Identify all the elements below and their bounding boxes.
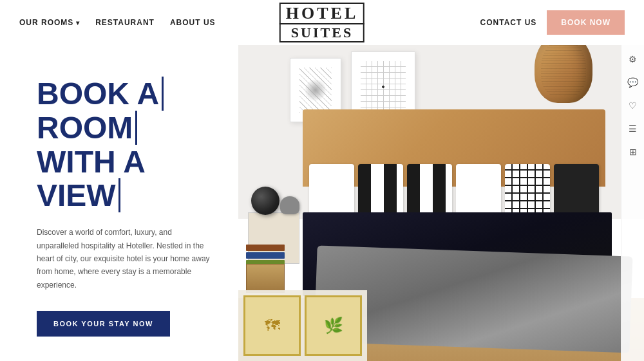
pillow-white-1 [309, 164, 354, 216]
pillow-white-2 [456, 164, 501, 216]
chat-icon[interactable]: 💬 [627, 76, 639, 89]
pillows [309, 164, 599, 216]
pillow-checked [505, 164, 550, 216]
alarm-clock [280, 196, 299, 214]
hero-description: Discover a world of comfort, luxury, and… [37, 226, 211, 292]
nav-restaurant[interactable]: RESTAURANT [95, 18, 155, 27]
hero-title: BOOK A ROOM WITH A VIEW [37, 77, 213, 213]
ceiling-lamp [535, 45, 592, 103]
wooden-crate [246, 264, 285, 293]
nav-left: OUR ROOMS RESTAURANT ABOUT US [19, 18, 216, 27]
art-frame-map: 🗺 [243, 295, 301, 356]
favorite-icon[interactable]: ♡ [627, 99, 639, 112]
site-logo[interactable]: HOTEL SUITES [279, 3, 365, 42]
globe [251, 187, 279, 215]
logo-suites-text: SUITES [279, 23, 365, 42]
site-header: OUR ROOMS RESTAURANT ABOUT US HOTEL SUIT… [0, 0, 644, 45]
main-content: BOOK A ROOM WITH A VIEW Discover a world… [0, 45, 644, 361]
menu-icon[interactable]: ☰ [627, 122, 639, 135]
art-frame-plant: 🌿 [305, 295, 362, 356]
pillow-dark [554, 164, 599, 216]
book-1 [246, 245, 285, 251]
pillow-striped-1 [358, 164, 403, 216]
nav-our-rooms[interactable]: OUR ROOMS [19, 18, 80, 27]
nav-about-us[interactable]: ABOUT US [170, 18, 216, 27]
logo-hotel-text: HOTEL [279, 3, 365, 24]
pillow-striped-2 [407, 164, 452, 216]
nav-right: CONTACT US BOOK NOW [480, 10, 625, 35]
left-panel: BOOK A ROOM WITH A VIEW Discover a world… [0, 45, 238, 361]
right-panel: 🗺 🌿 [238, 45, 644, 361]
room-scene: 🗺 🌿 [238, 45, 644, 361]
book-2 [246, 252, 285, 259]
settings-icon[interactable]: ⚙ [627, 53, 639, 66]
nav-contact[interactable]: CONTACT US [480, 18, 537, 27]
book-stay-button[interactable]: BOOK YOUR STAY NOW [37, 311, 170, 337]
grid-icon[interactable]: ⊞ [627, 145, 639, 158]
bottom-art-frames: 🗺 🌿 [238, 290, 367, 361]
book-now-button[interactable]: BOOK NOW [547, 10, 625, 35]
sidebar-icons: ⚙ 💬 ♡ ☰ ⊞ [621, 45, 644, 361]
